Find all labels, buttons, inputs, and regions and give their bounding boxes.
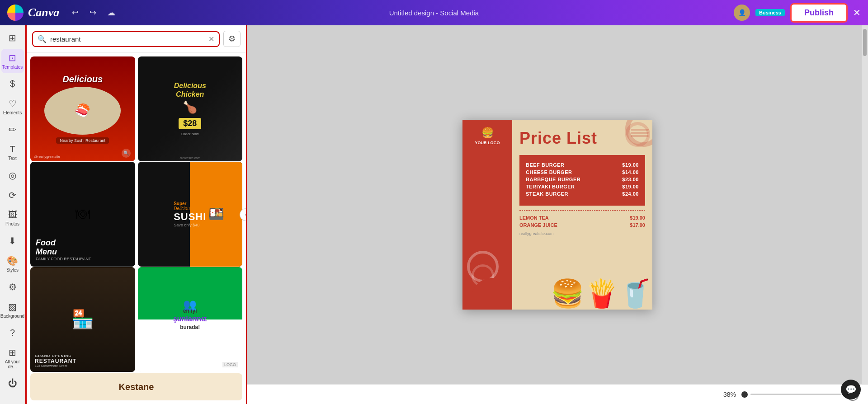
orange-price: $17.00	[630, 222, 645, 228]
stripe-decorations	[631, 129, 649, 137]
help-icon: ?	[10, 328, 15, 338]
menu-item-barbeque: BARBEQUE BURGER $23.00	[526, 177, 639, 182]
sidebar-item-rss[interactable]: ◎	[1, 166, 24, 184]
food-menu-text: FoodMenu FAMILY FOOD RESTAURANT	[36, 239, 91, 261]
green-card-text: en iyişunlarınızburada!	[173, 308, 207, 331]
business-badge: Business	[755, 9, 785, 16]
background-icon: ▨	[8, 301, 17, 312]
photos-icon: 🖼	[8, 210, 17, 220]
save-cloud-button[interactable]: ☁	[105, 6, 117, 19]
sidebar-item-templates[interactable]: ⊡ Templates	[1, 49, 24, 73]
chicken-card-cta: Order Now	[181, 132, 199, 136]
sidebar-item-help[interactable]: ?	[1, 324, 24, 342]
restaurant-interior-grand: GRAND OPENING	[35, 354, 76, 358]
steak-price: $24.00	[622, 191, 639, 197]
sidebar-item-styles[interactable]: 🎨 Styles	[1, 252, 24, 276]
beef-price: $19.00	[622, 162, 639, 168]
cheese-price: $14.00	[622, 169, 639, 175]
stripe-2	[631, 132, 649, 134]
teriyaki-price: $19.00	[622, 184, 639, 189]
circle-decor-sidebar2	[472, 264, 494, 287]
burger-food-illustration: 🍔🍟🥤	[551, 277, 652, 310]
toolbar-icons: ↩ ↪ ☁	[70, 6, 117, 19]
redo-button[interactable]: ↪	[88, 6, 98, 19]
sidebar-item-settings[interactable]: ⚙	[1, 278, 24, 296]
menu-item-beef: BEEF BURGER $19.00	[526, 162, 639, 168]
sidebar-item-power[interactable]: ⏻	[1, 375, 24, 392]
power-icon: ⏻	[8, 378, 17, 389]
steak-name: STEAK BURGER	[526, 191, 568, 197]
apps-icon: ⊞	[9, 33, 16, 43]
sushi-orange-price: Save only $40	[174, 223, 206, 227]
template-card-restaurant-interior[interactable]: 🏪 GRAND OPENING RESTAURANT 123 Somewhere…	[30, 267, 135, 372]
restaurant-interior-name: RESTAURANT	[35, 358, 76, 364]
sushi-card-image: 🍣	[44, 87, 121, 135]
price-list-design: 🍔 YOUR LOGO Price List	[462, 120, 652, 310]
zoom-slider-thumb[interactable]	[741, 391, 748, 398]
chicken-card-price: $28	[179, 118, 201, 129]
sidebar-item-text[interactable]: T Text	[1, 141, 24, 164]
barbeque-name: BARBEQUE BURGER	[526, 177, 580, 182]
sushi-orange-delicious: Delicious	[174, 206, 206, 211]
chat-bubble[interactable]: 💬	[841, 380, 861, 399]
drink-item-orange: ORANGE JUICE $17.00	[519, 222, 645, 228]
barbeque-price: $23.00	[622, 177, 639, 182]
rss-icon: ◎	[9, 170, 16, 181]
template-card-food-menu[interactable]: 🍽 FoodMenu FAMILY FOOD RESTAURANT	[30, 162, 135, 267]
publish-button[interactable]: Publish	[790, 3, 848, 23]
burger-design-icon: 🍔	[481, 127, 494, 139]
undo-button[interactable]: ↩	[70, 6, 80, 19]
restaurant-interior-text: GRAND OPENING RESTAURANT 123 Somewhere S…	[35, 354, 76, 367]
text-label: Text	[8, 156, 16, 161]
zoom-slider[interactable]	[741, 391, 841, 398]
sidebar-item-photos[interactable]: 🖼 Photos	[1, 206, 24, 230]
template-card-chicken[interactable]: DeliciousChicken 🍗 $28 Order Now creates…	[138, 56, 243, 161]
template-card-kestane[interactable]: Kestane	[30, 373, 242, 400]
sidebar-item-download[interactable]: ⬇	[1, 232, 24, 250]
green-card-title: en iyişunlarınızburada!	[173, 308, 207, 331]
template-card-green[interactable]: en iyişunlarınızburada! LOGO 👥	[138, 267, 243, 372]
elements-label: Elements	[3, 110, 22, 115]
sidebar-item-pen[interactable]: ✏	[1, 121, 24, 139]
template-card-sushi[interactable]: Delicious 🍣 Nearby Sushi Restaurant 🔍 @r…	[30, 56, 135, 161]
clear-search-button[interactable]: ✕	[208, 35, 214, 43]
filter-button[interactable]: ⚙	[223, 31, 241, 47]
sidebar-item-background[interactable]: ▨ Background	[1, 298, 24, 322]
sidebar-item-elements[interactable]: ♡ Elements	[1, 94, 24, 119]
styles-label: Styles	[6, 268, 19, 272]
download-icon: ⬇	[9, 235, 16, 246]
food-menu-subtitle: FAMILY FOOD RESTAURANT	[36, 257, 91, 261]
design-title: Untitled design - Social Media	[389, 9, 479, 17]
templates-grid: Delicious 🍣 Nearby Sushi Restaurant 🔍 @r…	[27, 53, 246, 373]
scroll-thumb[interactable]	[863, 29, 867, 56]
lemon-name: LEMON TEA	[519, 215, 549, 221]
sidebar-item-all[interactable]: ⊞ All your de...	[1, 343, 24, 373]
pen-icon: ✏	[9, 124, 16, 135]
user-avatar[interactable]: 👤	[734, 5, 750, 21]
food-menu-title: FoodMenu	[36, 239, 91, 257]
zoom-slider-track	[750, 394, 841, 395]
teriyaki-name: TERIYAKI BURGER	[526, 184, 575, 189]
design-canvas[interactable]: 🍔 YOUR LOGO Price List	[462, 120, 652, 310]
elements-icon: ♡	[9, 98, 17, 109]
drink-item-lemon: LEMON TEA $19.00	[519, 215, 645, 221]
close-button[interactable]: ✕	[853, 7, 861, 18]
top-bar: Canva ↩ ↪ ☁ Untitled design - Social Med…	[0, 0, 868, 25]
scroll-bar-right[interactable]	[862, 25, 868, 384]
website-text: reallygreatsite.com	[519, 231, 645, 236]
canva-logo-text: Canva	[28, 6, 59, 19]
menu-item-cheese: CHEESE BURGER $14.00	[526, 169, 639, 175]
sidebar-item-history[interactable]: ⟳	[1, 186, 24, 204]
sidebar-item-dollar[interactable]: $	[1, 75, 24, 93]
sushi-card-search-icon: 🔍	[122, 149, 131, 158]
sushi-orange-text: Super Delicious SUSHI Save only $40	[174, 201, 206, 227]
green-card-logo: LOGO	[222, 362, 238, 367]
all-label: All your de...	[3, 359, 22, 369]
styles-icon: 🎨	[7, 255, 18, 266]
sidebar-item-apps[interactable]: ⊞	[1, 29, 24, 47]
template-card-sushi-orange[interactable]: 🍱 Super Delicious SUSHI Save only $40	[138, 162, 243, 267]
zoom-percentage: 38%	[723, 391, 736, 398]
chicken-card-title: DeliciousChicken	[174, 81, 206, 99]
search-input[interactable]	[50, 35, 205, 43]
red-sidebar-design: 🍔 YOUR LOGO	[462, 120, 512, 310]
